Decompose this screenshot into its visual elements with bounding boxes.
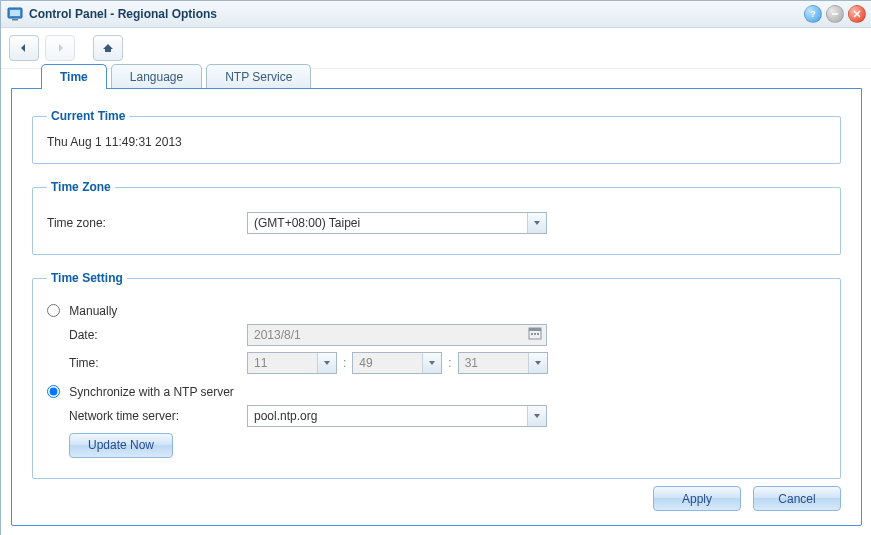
tab-ntp-service[interactable]: NTP Service	[206, 64, 311, 89]
svg-rect-7	[531, 333, 533, 335]
back-button[interactable]	[9, 35, 39, 61]
svg-rect-1	[10, 10, 20, 16]
timezone-select[interactable]: (GMT+08:00) Taipei	[247, 212, 547, 234]
label-timezone: Time zone:	[47, 216, 247, 230]
window-title: Control Panel - Regional Options	[29, 7, 217, 21]
chevron-down-icon	[422, 353, 441, 373]
tab-panel-time: Current Time Thu Aug 1 11:49:31 2013 Tim…	[11, 88, 862, 526]
radio-ntp-label: Synchronize with a NTP server	[69, 385, 234, 399]
svg-rect-9	[537, 333, 539, 335]
timezone-value: (GMT+08:00) Taipei	[254, 216, 527, 230]
ntp-server-value: pool.ntp.org	[254, 409, 527, 423]
radio-ntp-input[interactable]	[47, 385, 60, 398]
label-time: Time:	[69, 356, 247, 370]
radio-ntp[interactable]: Synchronize with a NTP server	[47, 384, 234, 399]
forward-button[interactable]	[45, 35, 75, 61]
help-button[interactable]: ?	[804, 5, 822, 23]
tab-strip: Time Language NTP Service	[41, 63, 862, 88]
time-separator: :	[448, 356, 451, 370]
svg-rect-2	[12, 19, 18, 21]
fieldset-timezone: Time Zone Time zone: (GMT+08:00) Taipei	[32, 180, 841, 255]
legend-timezone: Time Zone	[47, 180, 115, 194]
date-input[interactable]: 2013/8/1	[247, 324, 547, 346]
time-separator: :	[343, 356, 346, 370]
close-button[interactable]	[848, 5, 866, 23]
window: Control Panel - Regional Options ? Time …	[0, 0, 871, 535]
minimize-button[interactable]	[826, 5, 844, 23]
label-ntp-server: Network time server:	[69, 409, 247, 423]
titlebar: Control Panel - Regional Options ?	[1, 1, 871, 28]
date-value: 2013/8/1	[254, 328, 528, 342]
minute-select[interactable]: 49	[352, 352, 442, 374]
fieldset-time-setting: Time Setting Manually Date: 2013/8/1	[32, 271, 841, 479]
app-icon	[7, 6, 23, 22]
chevron-down-icon	[528, 353, 547, 373]
svg-rect-6	[529, 328, 541, 331]
apply-button[interactable]: Apply	[653, 486, 741, 511]
hour-value: 11	[248, 356, 317, 370]
calendar-icon	[528, 326, 546, 343]
update-now-button[interactable]: Update Now	[69, 433, 173, 458]
tab-time[interactable]: Time	[41, 64, 107, 89]
hour-select[interactable]: 11	[247, 352, 337, 374]
label-date: Date:	[69, 328, 247, 342]
cancel-button[interactable]: Cancel	[753, 486, 841, 511]
second-select[interactable]: 31	[458, 352, 548, 374]
minute-value: 49	[353, 356, 422, 370]
radio-manually-label: Manually	[69, 304, 117, 318]
svg-text:?: ?	[810, 9, 816, 19]
home-button[interactable]	[93, 35, 123, 61]
footer-buttons: Apply Cancel	[653, 486, 841, 511]
radio-manually[interactable]: Manually	[47, 303, 117, 318]
chevron-down-icon	[527, 213, 546, 233]
ntp-server-combo[interactable]: pool.ntp.org	[247, 405, 547, 427]
chevron-down-icon	[527, 406, 546, 426]
svg-rect-8	[534, 333, 536, 335]
svg-rect-4	[832, 13, 838, 15]
chevron-down-icon	[317, 353, 336, 373]
content-area: Time Language NTP Service Current Time T…	[11, 63, 862, 526]
radio-manually-input[interactable]	[47, 304, 60, 317]
second-value: 31	[459, 356, 528, 370]
legend-current-time: Current Time	[47, 109, 129, 123]
legend-time-setting: Time Setting	[47, 271, 127, 285]
current-time-value: Thu Aug 1 11:49:31 2013	[47, 135, 826, 149]
tab-language[interactable]: Language	[111, 64, 202, 89]
fieldset-current-time: Current Time Thu Aug 1 11:49:31 2013	[32, 109, 841, 164]
